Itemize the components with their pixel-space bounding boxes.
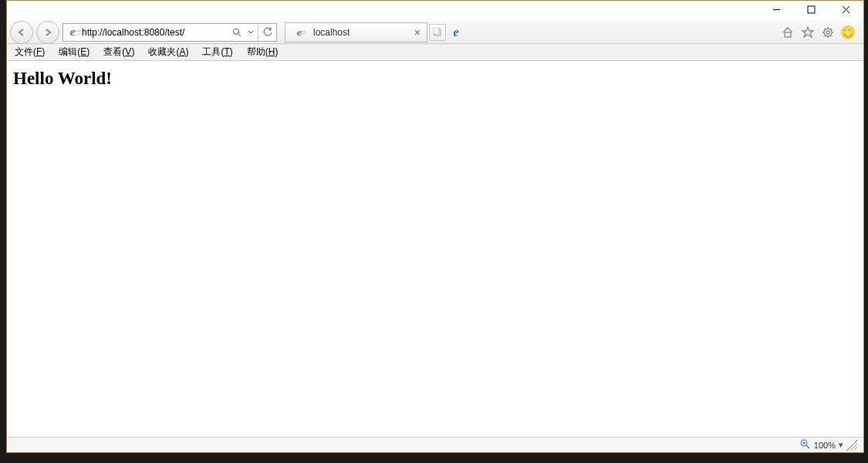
menu-view[interactable]: 查看(V) bbox=[103, 46, 134, 59]
window-controls bbox=[759, 1, 863, 18]
refresh-button[interactable] bbox=[258, 24, 276, 41]
tab-localhost[interactable]: e localhost × bbox=[285, 22, 427, 42]
zoom-level[interactable]: 100% bbox=[814, 441, 836, 450]
resize-grip[interactable] bbox=[846, 440, 857, 451]
search-dropdown[interactable] bbox=[244, 24, 258, 41]
titlebar bbox=[7, 1, 863, 21]
page-heading: Hello World! bbox=[13, 69, 857, 89]
menu-file[interactable]: 文件(F) bbox=[15, 46, 45, 59]
status-bar: 100% ▾ bbox=[7, 437, 863, 452]
svg-point-4 bbox=[234, 29, 239, 34]
maximize-button[interactable] bbox=[794, 1, 829, 18]
address-bar[interactable]: e bbox=[62, 23, 277, 42]
menu-help[interactable]: 帮助(H) bbox=[247, 46, 279, 59]
menu-bar: 文件(F) 编辑(E) 查看(V) 收藏夹(A) 工具(T) 帮助(H) bbox=[7, 44, 863, 61]
svg-point-11 bbox=[826, 31, 829, 34]
svg-marker-9 bbox=[802, 27, 813, 37]
minimize-button[interactable] bbox=[759, 1, 794, 18]
feedback-button[interactable] bbox=[840, 25, 856, 40]
page-content: Hello World! bbox=[7, 61, 863, 437]
tab-title: localhost bbox=[313, 27, 350, 38]
open-edge-button[interactable]: e bbox=[448, 24, 464, 41]
tab-close-button[interactable]: × bbox=[414, 26, 420, 39]
close-button[interactable] bbox=[829, 1, 863, 18]
svg-rect-1 bbox=[808, 6, 815, 13]
svg-line-5 bbox=[238, 34, 241, 36]
browser-window: e e localhost × bbox=[6, 0, 864, 453]
navigation-bar: e e localhost × bbox=[7, 21, 863, 44]
menu-tools[interactable]: 工具(T) bbox=[202, 46, 232, 59]
zoom-icon[interactable] bbox=[800, 439, 811, 451]
svg-rect-7 bbox=[433, 28, 439, 34]
new-tab-button[interactable] bbox=[429, 24, 446, 41]
smiley-icon bbox=[841, 25, 855, 39]
tabs-area: e localhost × e bbox=[285, 22, 464, 42]
favorites-button[interactable] bbox=[800, 25, 816, 40]
tab-favicon-icon: e bbox=[292, 25, 306, 39]
zoom-dropdown[interactable]: ▾ bbox=[839, 440, 843, 450]
svg-line-18 bbox=[824, 35, 826, 36]
svg-line-21 bbox=[806, 445, 809, 448]
url-input[interactable] bbox=[82, 25, 213, 40]
forward-button[interactable] bbox=[36, 21, 59, 44]
svg-line-16 bbox=[824, 29, 826, 30]
ie-favicon-icon: e bbox=[66, 25, 79, 39]
svg-rect-8 bbox=[785, 32, 791, 37]
svg-line-19 bbox=[831, 29, 833, 30]
search-button[interactable] bbox=[230, 24, 244, 41]
toolbar-right bbox=[780, 25, 860, 40]
back-button[interactable] bbox=[10, 21, 33, 44]
svg-line-17 bbox=[831, 35, 833, 36]
menu-edit[interactable]: 编辑(E) bbox=[59, 46, 90, 59]
home-button[interactable] bbox=[780, 25, 795, 40]
menu-favorites[interactable]: 收藏夹(A) bbox=[148, 46, 188, 59]
tools-button[interactable] bbox=[820, 25, 836, 40]
